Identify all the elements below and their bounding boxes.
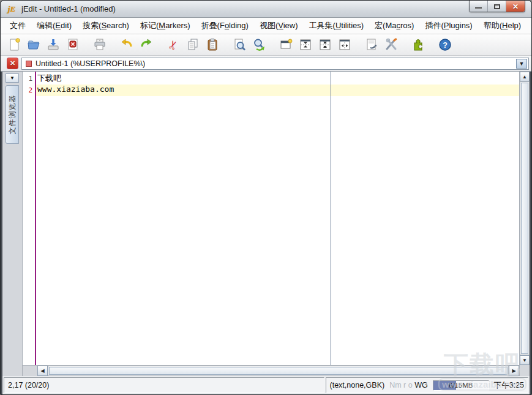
buffer-options-icon — [364, 37, 379, 52]
global-options-button[interactable] — [381, 36, 401, 54]
maximize-icon — [494, 4, 500, 9]
maximize-button[interactable] — [488, 1, 506, 12]
clock: 下午3:25 — [494, 380, 524, 391]
save-file-icon — [46, 37, 61, 52]
help-icon: ? — [438, 37, 452, 52]
find-button[interactable] — [230, 36, 249, 54]
open-file-button[interactable] — [24, 36, 43, 54]
paste-button[interactable] — [203, 36, 222, 54]
status-flags-inactive: Nm r o — [389, 381, 413, 389]
buffer-switcher[interactable]: Untitled-1 (%USERPROFILE%\) ▼ — [21, 58, 529, 70]
split-vertical-icon — [337, 37, 352, 52]
print-icon — [92, 37, 107, 52]
split-horizontal-button[interactable] — [315, 36, 335, 54]
editor-column: 12 下载吧www.xiaziaba.com ◀ ▶ — [23, 72, 519, 376]
hscroll-spacer — [23, 366, 37, 376]
main-area: ▼ 文件浏览器 12 下载吧www.xiaziaba.com ◀ ▶ ▲ ▼ — [2, 72, 530, 376]
scroll-right-button[interactable]: ▶ — [509, 366, 519, 376]
line-number: 2 — [23, 85, 35, 96]
cut-button[interactable]: ✂ — [163, 36, 183, 54]
redo-button[interactable] — [137, 36, 156, 54]
close-buffer-icon — [66, 37, 80, 52]
help-button[interactable]: ? — [435, 36, 455, 54]
vscroll-track[interactable] — [520, 81, 530, 355]
window-title: jEdit - Untitled-1 (modified) — [21, 4, 116, 13]
buffer-bar: ✕ Untitled-1 (%USERPROFILE%\) ▼ — [1, 56, 531, 72]
menu-plugins[interactable]: 插件(Plugins) — [419, 18, 478, 34]
copy-icon — [185, 37, 200, 52]
buffer-dropdown-button[interactable]: ▼ — [516, 59, 527, 69]
editor-line[interactable]: 下载吧 — [36, 73, 519, 85]
buffer-modified-icon — [26, 61, 32, 67]
text-area[interactable]: 下载吧www.xiaziaba.com — [36, 72, 519, 365]
file-browser-tab[interactable]: 文件浏览器 — [6, 85, 19, 144]
unsplit-button[interactable] — [296, 36, 315, 54]
menu-utilities[interactable]: 工具集(Utilities) — [304, 18, 370, 34]
editor-body: 12 下载吧www.xiaziaba.com — [23, 72, 519, 365]
gutter[interactable]: 12 — [23, 72, 36, 365]
line-number: 1 — [23, 73, 35, 85]
scroll-up-button[interactable]: ▲ — [520, 72, 530, 81]
file-browser-tab-label: 文件浏览器 — [7, 95, 18, 135]
menu-view[interactable]: 视图(View) — [254, 18, 304, 34]
menu-folding[interactable]: 折叠(Folding) — [196, 18, 254, 34]
unsplit-icon — [298, 37, 313, 52]
undo-button[interactable] — [117, 36, 137, 54]
close-button[interactable]: ✕ — [506, 1, 525, 12]
print-button[interactable] — [90, 36, 110, 54]
hscroll-track[interactable] — [48, 366, 509, 376]
close-icon: ✕ — [512, 2, 519, 11]
find-next-button[interactable] — [249, 36, 269, 54]
find-icon — [232, 37, 247, 52]
menu-bar: 文件编辑(Edit)搜索(Search)标记(Markers)折叠(Foldin… — [1, 18, 531, 34]
vertical-scrollbar: ▲ ▼ — [519, 72, 530, 376]
split-horizontal-icon — [318, 37, 332, 52]
status-bar: 2,17 (20/20) (text,none,GBK) Nm r o WG 6… — [2, 376, 530, 394]
paste-icon — [205, 37, 220, 52]
status-right-group: (text,none,GBK) Nm r o WG 6/15MB 下午3:25 — [326, 377, 528, 393]
editor-line[interactable]: www.xiaziaba.com — [36, 85, 519, 96]
scroll-down-button[interactable]: ▼ — [520, 355, 530, 365]
minimize-button[interactable] — [470, 1, 488, 12]
plugin-manager-icon — [411, 37, 425, 52]
vscroll-thumb[interactable] — [521, 83, 528, 354]
jedit-window: jE jEdit - Untitled-1 (modified) ✕ 文件编辑(… — [0, 0, 532, 395]
split-vertical-button[interactable] — [335, 36, 354, 54]
global-options-icon — [384, 37, 399, 52]
status-flags-active: WG — [414, 381, 428, 389]
jedit-logo-icon: jE — [6, 4, 18, 15]
menu-help[interactable]: 帮助(Help) — [478, 18, 526, 34]
dock-menu-button[interactable]: ▼ — [6, 73, 19, 83]
close-buffer-icon: ✕ — [10, 59, 15, 67]
status-flags: Nm r o WG — [389, 381, 428, 389]
window-controls: ✕ — [469, 1, 525, 12]
memory-text: 6/15MB — [433, 381, 489, 390]
svg-text:?: ? — [443, 41, 448, 50]
new-view-button[interactable] — [276, 36, 296, 54]
menu-file[interactable]: 文件 — [4, 18, 31, 34]
open-file-icon — [26, 37, 41, 52]
close-buffer-button[interactable] — [63, 36, 83, 54]
memory-status[interactable]: 6/15MB — [433, 380, 489, 391]
menu-markers[interactable]: 标记(Markers) — [135, 18, 196, 34]
new-file-button[interactable] — [4, 36, 24, 54]
menu-macros[interactable]: 宏(Macros) — [369, 18, 419, 34]
horizontal-scrollbar: ◀ ▶ — [23, 365, 519, 376]
buffer-mode-status[interactable]: (text,none,GBK) — [330, 381, 385, 389]
close-buffer-button[interactable]: ✕ — [7, 58, 18, 69]
scroll-left-button[interactable]: ◀ — [37, 366, 48, 376]
hscroll-thumb[interactable] — [49, 367, 508, 375]
toolbar: ✂ ? — [1, 34, 531, 56]
menu-search[interactable]: 搜索(Search) — [77, 18, 135, 34]
menu-edit[interactable]: 编辑(Edit) — [31, 18, 77, 34]
caret-status[interactable]: 2,17 (20/20) — [4, 377, 324, 393]
buffer-options-button[interactable] — [362, 36, 381, 54]
find-next-icon — [252, 37, 266, 52]
title-bar[interactable]: jE jEdit - Untitled-1 (modified) ✕ — [1, 1, 531, 18]
copy-button[interactable] — [183, 36, 203, 54]
save-file-button[interactable] — [43, 36, 63, 54]
wrap-margin-guide — [331, 72, 331, 365]
buffer-title: Untitled-1 (%USERPROFILE%\) — [36, 59, 512, 68]
new-view-icon — [279, 37, 293, 52]
plugin-manager-button[interactable] — [408, 36, 428, 54]
